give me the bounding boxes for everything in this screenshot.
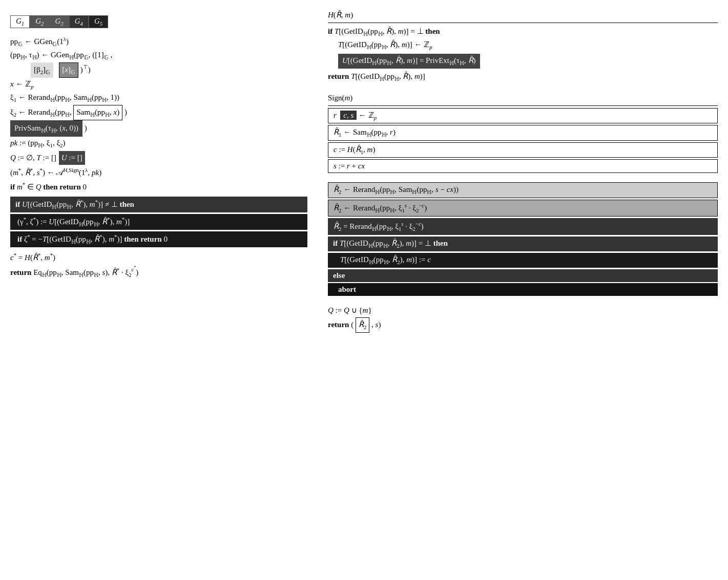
dark-assign-block: (γ*, ζ*) := U[(GetIDℍ(ppℍ, R̂*), m*)] xyxy=(10,214,307,230)
h-header: H(R̂, m) xyxy=(328,10,718,19)
sign-s-block: s := r + cx xyxy=(328,159,718,173)
line-beta: [β2]𝔾 [x]𝔾 )⊤) xyxy=(10,62,307,78)
tabs-row: G1 G2 G3 G4 G5 xyxy=(10,15,307,28)
sign-rule xyxy=(328,105,718,106)
sign-return-line: return ( R̂2 , s) xyxy=(328,317,718,333)
sign-c-block: c := H(R̂1, m) xyxy=(328,142,718,158)
sign-rcs-block: r c, s ← ℤp xyxy=(328,108,718,123)
U-box: U := [] xyxy=(58,151,86,166)
sign-else-block: else xyxy=(328,269,718,282)
r2-return-box: R̂2 xyxy=(356,317,369,333)
tab-g3[interactable]: G3 xyxy=(50,15,69,28)
line-cstar: c* = H(R̂*, m*) xyxy=(10,250,307,265)
sign-r2-light-block: R̂2 ← Rerandℍ(ppℍ, Samℍ(ppℍ, s − cx)) xyxy=(328,182,718,198)
spacer2 xyxy=(328,297,718,304)
line-adversary: (m*, R̂*, s*) ← 𝒜H,Sign(1λ, pk) xyxy=(10,165,307,180)
hash-section: H(R̂, m) if T[(GetIDℍ(ppℍ, R̂), m)] = ⊥ … xyxy=(328,10,718,83)
dark-block-group: if U[(GetIDℍ(ppℍ, R̂*), m*)] ≠ ⊥ then (γ… xyxy=(10,197,307,247)
line-ifm: if m* ∈ Q then return 0 xyxy=(10,180,307,194)
sign-if-t-block: if T[(GetIDℍ(ppℍ, R̂2), m)] = ⊥ then xyxy=(328,237,718,251)
sign-section: Sign(m) r c, s ← ℤp R̂1 ← Samℍ(ppℍ, r) c… xyxy=(328,94,718,333)
main-page: G1 G2 G3 G4 G5 pp𝔾 ← GGen𝔾(1λ) (ppℍ, τℍ)… xyxy=(10,10,718,333)
sign-abort-block: abort xyxy=(328,283,718,296)
tab-g1[interactable]: G1 xyxy=(10,15,30,28)
dark-zeta-block: if ζ* = −T[(GetIDℍ(ppℍ, R̂*), m*)] then … xyxy=(10,231,307,247)
tab-g4[interactable]: G4 xyxy=(69,15,89,28)
sign-q-line: Q := Q ∪ {m} xyxy=(328,304,718,317)
line-privsam: PrivSamℍ(τℍ, (x, 0)) ) xyxy=(10,120,307,137)
right-column: H(R̂, m) if T[(GetIDℍ(ppℍ, R̂), m)] = ⊥ … xyxy=(328,10,718,333)
line-pk: pk := (ppℍ, ξ1, ξ2) xyxy=(10,137,307,150)
dark-if-block: if U[(GetIDℍ(ppℍ, R̂*), m*)] ≠ ⊥ then xyxy=(10,197,307,212)
tab-g5[interactable]: G5 xyxy=(89,15,108,28)
privsam-box: PrivSamℍ(τℍ, (x, 0)) xyxy=(10,120,82,137)
line-x: x ← ℤp xyxy=(10,78,307,91)
spacer1 xyxy=(328,175,718,181)
h-line2: T[(GetIDℍ(ppℍ, R̂), m)] ← ℤp xyxy=(328,38,718,52)
samx-box: Samℍ(ppℍ, x) xyxy=(73,105,122,120)
h-line1: if T[(GetIDℍ(ppℍ, R̂), m)] = ⊥ then xyxy=(328,25,718,38)
left-column: G1 G2 G3 G4 G5 pp𝔾 ← GGen𝔾(1λ) (ppℍ, τℍ)… xyxy=(10,10,307,280)
h-rule xyxy=(328,23,718,23)
sign-r2-dark-block: R̂2 = Rerandℍ(ppℍ, ξ1s · ξ2−c) xyxy=(328,218,718,235)
line-ppg: pp𝔾 ← GGen𝔾(1λ) xyxy=(10,34,307,49)
privext-box: U[(GetIDℍ(ppℍ, R̂), m)] = PrivExtℍ(τℍ, R… xyxy=(338,54,480,69)
line-xi1: ξ1 ← Rerandℍ(ppℍ, Samℍ(ppℍ, 1)) xyxy=(10,91,307,104)
cs-dark: c, s xyxy=(340,111,357,120)
h-return: return T[(GetIDℍ(ppℍ, R̂), m)] xyxy=(328,70,718,83)
beta2-box: [β2]𝔾 xyxy=(31,62,53,78)
sign-header: Sign(m) xyxy=(328,94,718,102)
sign-t-assign-block: T[(GetIDℍ(ppℍ, R̂2), m)] := c xyxy=(328,253,718,268)
line-return: return Eqℍ(ppℍ, Samℍ(ppℍ, s), R̂* · ξ2c*… xyxy=(10,265,307,280)
sign-r2-med-block: R̂2 ← Rerandℍ(ppℍ, ξ1s · ξ2−c) xyxy=(328,200,718,217)
tab-g2[interactable]: G2 xyxy=(30,15,49,28)
sign-r1-block: R̂1 ← Samℍ(ppℍ, r) xyxy=(328,125,718,141)
line-xi2: ξ2 ← Rerandℍ(ppℍ, Samℍ(ppℍ, x) ) xyxy=(10,105,307,120)
line-pph: (ppℍ, τℍ) ← GGenℍ(pp𝔾, ([1]𝔾 , xyxy=(10,49,307,62)
x-box: [x]𝔾 xyxy=(59,62,78,78)
h-privext-block: U[(GetIDℍ(ppℍ, R̂), m)] = PrivExtℍ(τℍ, R… xyxy=(328,54,718,69)
line-qt: Q := ∅, T := [] U := [] xyxy=(10,151,307,166)
